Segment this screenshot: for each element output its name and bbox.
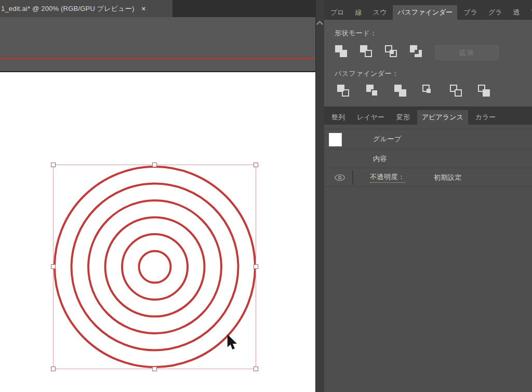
scroll-up-arrow-icon[interactable] [317, 21, 322, 25]
visibility-eye-icon[interactable] [334, 174, 345, 181]
contents-label: 内容 [373, 154, 387, 164]
selection-handle[interactable] [254, 367, 258, 371]
divide-button[interactable] [337, 84, 351, 98]
group-label: グループ [373, 134, 402, 144]
appearance-panel: グループ 内容 不透明度： 初期設定 [324, 125, 532, 392]
trim-button[interactable] [366, 84, 380, 98]
right-panel: プロ 線 スウ パスファインダー ブラ グラ 透 ア 形状モード： [324, 0, 532, 392]
canvas-area: 1_edit.ai* @ 200% (RGB/GPU プレビュー) × [0, 0, 315, 392]
minus-front-button[interactable] [360, 44, 374, 59]
tab-layers[interactable]: レイヤー [352, 110, 389, 125]
document-tabbar: 1_edit.ai* @ 200% (RGB/GPU プレビュー) × [0, 0, 315, 17]
tab-swatches[interactable]: スウ [368, 5, 392, 20]
tab-transform[interactable]: 変形 [392, 110, 415, 125]
tab-gradient[interactable]: グラ [484, 5, 507, 20]
fill-swatch[interactable] [329, 133, 342, 146]
indent-line [352, 170, 353, 185]
tab-stroke[interactable]: 線 [351, 5, 367, 20]
shape-mode-label: 形状モード： [335, 29, 377, 38]
exclude-button[interactable] [409, 44, 424, 59]
selection-handle[interactable] [152, 367, 157, 371]
unite-button[interactable] [335, 44, 349, 59]
tab-color[interactable]: カラー [471, 110, 501, 125]
pathfinder-panel: 形状モード： 拡張 パスファインダー： [324, 20, 532, 106]
outline-button[interactable] [449, 84, 464, 98]
panel-tabbar-top: プロ 線 スウ パスファインダー ブラ グラ 透 ア [324, 0, 532, 20]
intersect-button[interactable] [384, 44, 399, 59]
vertical-scrollbar[interactable] [315, 0, 324, 392]
crop-button[interactable] [422, 84, 436, 98]
bleed-guide-line [0, 58, 315, 59]
minus-back-button[interactable] [477, 84, 492, 98]
close-tab-icon[interactable]: × [142, 5, 146, 12]
illustrator-window: 1_edit.ai* @ 200% (RGB/GPU プレビュー) × プロ 線… [0, 0, 532, 392]
appearance-rows: グループ 内容 不透明度： 初期設定 [324, 129, 532, 187]
tab-align[interactable]: 整列 [327, 110, 350, 125]
expand-button[interactable]: 拡張 [435, 45, 499, 60]
tab-properties[interactable]: プロ [326, 5, 349, 20]
tab-transparency[interactable]: 透 [509, 5, 525, 20]
panel-tabbar-bottom: 整列 レイヤー 変形 アピアランス カラー [324, 106, 532, 125]
document-tab-title: 1_edit.ai* @ 200% (RGB/GPU プレビュー) [0, 4, 135, 13]
selection-handle[interactable] [51, 367, 56, 371]
merge-button[interactable] [394, 84, 408, 98]
appearance-row-opacity[interactable]: 不透明度： 初期設定 [324, 168, 532, 187]
tab-pathfinder[interactable]: パスファインダー [393, 5, 457, 20]
pathfinder-section-label: パスファインダー： [335, 69, 399, 78]
opacity-value: 初期設定 [434, 173, 462, 182]
tab-appearance[interactable]: アピアランス [417, 110, 468, 125]
selection-handle[interactable] [152, 163, 157, 167]
selection-handle[interactable] [254, 264, 258, 269]
mouse-cursor-icon [227, 334, 240, 351]
appearance-row-group[interactable]: グループ [324, 129, 532, 150]
selection-handle[interactable] [254, 163, 258, 167]
tab-brushes[interactable]: ブラ [459, 5, 482, 20]
opacity-link[interactable]: 不透明度： [370, 172, 405, 183]
tab-artboard[interactable]: ア [526, 5, 532, 20]
appearance-row-contents[interactable]: 内容 [324, 150, 532, 168]
document-tab[interactable]: 1_edit.ai* @ 200% (RGB/GPU プレビュー) × [0, 0, 172, 17]
selection-handle[interactable] [51, 163, 56, 167]
selection-bounding-box[interactable] [53, 165, 256, 369]
selection-handle[interactable] [51, 264, 56, 269]
pasteboard [0, 17, 315, 72]
artboard-top-edge [0, 71, 315, 72]
